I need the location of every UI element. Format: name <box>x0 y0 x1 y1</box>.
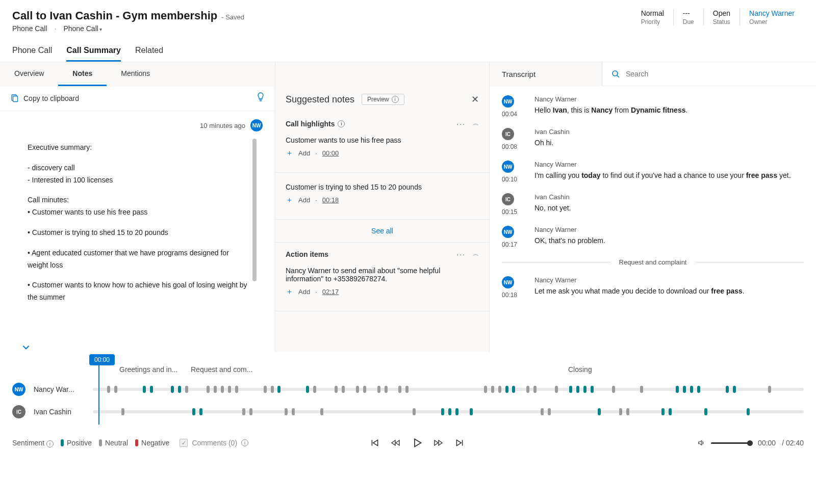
comments-toggle[interactable]: ✓ Comments (0) i <box>180 439 248 447</box>
plus-icon[interactable]: ＋ <box>286 195 293 205</box>
chevron-up-icon[interactable]: ︿ <box>473 119 479 128</box>
speaker-track: NW Nancy War... <box>12 383 804 396</box>
svg-marker-7 <box>373 440 378 445</box>
tab-call-summary[interactable]: Call Summary <box>66 46 121 62</box>
highlight-item: Customer wants to use his free pass ＋Add… <box>286 133 479 165</box>
playhead-badge[interactable]: 00:00 <box>89 354 115 365</box>
speaker-avatar: NW <box>502 95 514 108</box>
timestamp-link[interactable]: 02:17 <box>322 288 339 296</box>
more-icon[interactable]: ··· <box>456 120 466 128</box>
owner-field[interactable]: Nancy Warner Owner <box>740 9 804 25</box>
save-state: - Saved <box>221 13 244 21</box>
volume-slider[interactable] <box>711 442 752 444</box>
svg-point-4 <box>613 71 618 76</box>
transcript-row: NW00:18 Nancy WarnerLet me ask you what … <box>502 271 804 304</box>
info-icon[interactable]: i <box>338 120 345 127</box>
transcript-row: NW00:17 Nancy WarnerOK, that's no proble… <box>502 221 804 253</box>
segment-label: Greetings and in... <box>119 365 177 374</box>
segment-label: Closing <box>568 365 592 374</box>
action-items-title: Action items <box>286 250 328 258</box>
add-button[interactable]: Add <box>298 149 310 157</box>
due-field[interactable]: --- Due <box>673 9 703 25</box>
transcript-row: IC00:15 Ivan CashinNo, not yet. <box>502 188 804 221</box>
plus-icon[interactable]: ＋ <box>286 287 293 297</box>
close-icon[interactable]: ✕ <box>471 94 479 105</box>
chevron-up-icon[interactable]: ︿ <box>473 250 479 258</box>
entity-type: Phone Call <box>12 24 47 33</box>
subtab-overview[interactable]: Overview <box>0 62 58 86</box>
player-footer: Sentiment i Positive Neutral Negative ✓ … <box>0 433 816 453</box>
see-all-link[interactable]: See all <box>275 220 489 242</box>
skip-end-icon[interactable] <box>455 438 464 447</box>
transcript-tab[interactable]: Transcript <box>490 63 548 86</box>
svg-marker-13 <box>456 440 461 445</box>
scrollbar-thumb[interactable] <box>252 139 257 281</box>
subtab-mentions[interactable]: Mentions <box>107 62 164 86</box>
page-title: Call to Ivan Cashin - Gym membership <box>12 9 217 22</box>
tab-related[interactable]: Related <box>135 46 163 62</box>
expand-chevron-icon[interactable] <box>18 342 34 352</box>
track-bar[interactable] <box>93 388 804 391</box>
volume-icon[interactable] <box>698 439 705 446</box>
add-button[interactable]: Add <box>298 288 310 296</box>
call-highlights-title: Call highlights i <box>286 120 345 128</box>
call-timeline: 00:00 Greetings and in... Request and co… <box>0 352 816 433</box>
form-selector[interactable]: Phone Call▾ <box>63 24 102 33</box>
transcript-search[interactable] <box>602 62 816 86</box>
search-input[interactable] <box>626 70 807 78</box>
info-icon[interactable]: i <box>46 440 54 447</box>
status-field[interactable]: Open Status <box>703 9 740 25</box>
author-avatar: NW <box>250 119 263 131</box>
note-timestamp: 10 minutes ago <box>200 122 245 129</box>
checkbox-icon[interactable]: ✓ <box>180 439 188 447</box>
info-icon[interactable]: i <box>392 96 399 103</box>
play-icon[interactable] <box>412 438 422 448</box>
info-icon[interactable]: i <box>241 439 248 446</box>
forward-icon[interactable] <box>434 438 444 447</box>
main-tabs: Phone Call Call Summary Related <box>0 37 816 62</box>
tab-phone-call[interactable]: Phone Call <box>12 46 52 62</box>
track-bar[interactable] <box>93 410 804 413</box>
add-button[interactable]: Add <box>298 196 310 204</box>
svg-line-5 <box>617 75 619 77</box>
transcript-body[interactable]: NW00:04 Nancy WarnerHello Ivan, this is … <box>490 86 816 352</box>
highlight-item: Customer is trying to shed 15 to 20 poun… <box>286 180 479 212</box>
timestamp-link[interactable]: 00:18 <box>322 196 339 204</box>
legend-neutral: Neutral <box>99 439 128 447</box>
track-avatar: NW <box>12 383 26 396</box>
skip-start-icon[interactable] <box>370 438 379 447</box>
transcript-row: NW00:10 Nancy WarnerI'm calling you toda… <box>502 155 804 188</box>
svg-marker-11 <box>435 440 438 445</box>
timestamp-link[interactable]: 00:00 <box>322 149 339 157</box>
svg-marker-15 <box>699 441 702 445</box>
chevron-down-icon: ▾ <box>98 26 102 32</box>
priority-field[interactable]: Normal Priority <box>632 9 673 25</box>
svg-marker-12 <box>439 440 442 445</box>
transcript-row: IC00:08 Ivan CashinOh hi. <box>502 123 804 155</box>
copy-to-clipboard-button[interactable]: Copy to clipboard <box>10 94 79 102</box>
svg-marker-10 <box>415 439 421 447</box>
speaker-avatar: IC <box>502 128 514 140</box>
plus-icon[interactable]: ＋ <box>286 148 293 158</box>
segment-divider: Request and complaint <box>502 258 804 266</box>
subtab-notes[interactable]: Notes <box>58 62 107 86</box>
track-avatar: IC <box>12 405 26 418</box>
note-body[interactable]: Executive summary: - discovery call- Int… <box>0 134 275 352</box>
legend-negative: Negative <box>135 439 169 447</box>
lightbulb-icon[interactable] <box>257 92 265 104</box>
action-item: Nancy Warner to send email about "some h… <box>286 263 479 304</box>
transcript-row: NW00:04 Nancy WarnerHello Ivan, this is … <box>502 90 804 123</box>
legend-positive: Positive <box>61 439 92 447</box>
search-icon <box>611 70 620 78</box>
svg-marker-9 <box>396 440 399 445</box>
more-icon[interactable]: ··· <box>456 250 466 258</box>
preview-badge: Previewi <box>362 94 404 105</box>
rewind-icon[interactable] <box>391 438 401 447</box>
svg-rect-1 <box>13 96 18 102</box>
sentiment-label: Sentiment i <box>12 439 54 447</box>
speaker-avatar: IC <box>502 193 514 205</box>
duration: / 02:40 <box>782 439 804 447</box>
current-time: 00:00 <box>758 439 776 447</box>
playhead-line[interactable] <box>98 363 99 425</box>
speaker-track: IC Ivan Cashin <box>12 405 804 418</box>
